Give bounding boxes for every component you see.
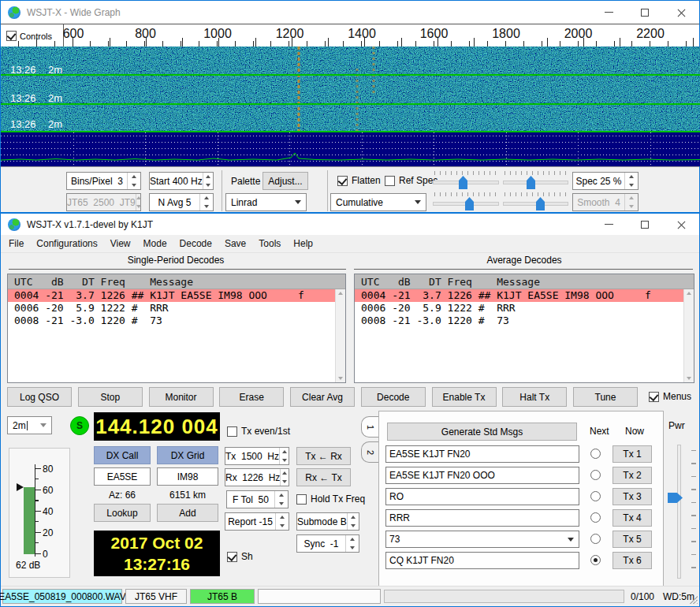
button-stop[interactable]: Stop xyxy=(78,387,143,407)
slider-handle[interactable] xyxy=(459,176,467,189)
minimize-button[interactable] xyxy=(590,214,627,235)
spin-down-icon[interactable] xyxy=(281,478,289,486)
button-monitor[interactable]: Monitor xyxy=(149,387,214,407)
spin-down-icon[interactable] xyxy=(346,544,359,553)
gain-slider-2[interactable] xyxy=(433,192,499,212)
maximize-button[interactable] xyxy=(627,1,663,24)
decode-list[interactable]: 0004 -21 3.7 1226 ## K1JT EA5SE IM98 OOO… xyxy=(355,289,683,382)
spin-up-icon[interactable] xyxy=(348,513,359,522)
waterfall-display[interactable] xyxy=(1,47,700,132)
tx-next-radio-2[interactable] xyxy=(590,470,601,480)
zero-slider-1[interactable] xyxy=(503,170,568,191)
tx-now-button-5[interactable]: Tx 5 xyxy=(612,531,652,548)
start-freq-spinner[interactable]: Start 400 Hz xyxy=(149,172,214,190)
zero-slider-2[interactable] xyxy=(503,192,568,212)
menus-toggle[interactable]: Menus xyxy=(649,391,691,402)
palette-adjust-button[interactable]: Adjust... xyxy=(262,172,308,190)
menu-view[interactable]: View xyxy=(104,236,137,251)
hold-tx-freq-toggle[interactable]: Hold Tx Freq xyxy=(296,493,365,505)
tab-2[interactable]: 2 xyxy=(361,441,379,463)
display-mode-select[interactable]: Cumulative xyxy=(330,193,426,211)
tx-next-radio-4[interactable] xyxy=(590,512,601,523)
spin-up-icon[interactable] xyxy=(276,513,289,522)
f-tol-spinner[interactable]: F Tol 50 xyxy=(226,490,289,508)
button-erase[interactable]: Erase xyxy=(219,387,284,407)
minimize-button[interactable] xyxy=(590,1,627,24)
tx-freq-spinner[interactable]: Tx 1500 Hz xyxy=(225,447,289,465)
spin-up-icon[interactable] xyxy=(280,448,289,456)
slider-handle[interactable] xyxy=(536,197,545,210)
close-button[interactable] xyxy=(663,1,699,24)
sync-spinner[interactable]: Sync -1 xyxy=(296,534,359,553)
decode-row[interactable]: 0004 -21 3.7 1226 ## K1JT EA5SE IM98 OOO… xyxy=(8,289,335,302)
spin-down-icon[interactable] xyxy=(200,203,213,211)
scrollbar[interactable] xyxy=(683,289,694,382)
wide-graph-titlebar[interactable]: WSJT-X - Wide Graph xyxy=(1,1,699,24)
tx-now-button-3[interactable]: Tx 3 xyxy=(612,488,652,505)
tx-message-field-5[interactable]: 73 xyxy=(385,531,579,548)
status-s-button[interactable]: S xyxy=(70,416,89,435)
scroll-up-icon[interactable] xyxy=(338,292,343,295)
maximize-button[interactable] xyxy=(627,214,663,235)
tx-next-radio-5[interactable] xyxy=(590,534,601,544)
close-button[interactable] xyxy=(663,214,699,235)
slider-handle[interactable] xyxy=(527,176,535,189)
lookup-button[interactable]: Lookup xyxy=(94,504,151,522)
tx-even-toggle[interactable]: Tx even/1st xyxy=(227,426,290,437)
resize-grip[interactable] xyxy=(688,594,698,604)
dx-grid-button[interactable]: DX Grid xyxy=(157,446,218,464)
button-decode[interactable]: Decode xyxy=(361,387,426,407)
spin-up-icon[interactable] xyxy=(625,173,638,181)
tx-next-radio-6[interactable] xyxy=(590,555,601,565)
decode-row[interactable]: 0008 -21 -3.0 1220 # 73 xyxy=(355,315,683,327)
decode-list[interactable]: 0004 -21 3.7 1226 ## K1JT EA5SE IM98 OOO… xyxy=(8,289,335,382)
slider-handle[interactable] xyxy=(465,197,474,210)
tx-message-field-1[interactable]: EA5SE K1JT FN20 xyxy=(385,445,579,463)
tx-message-field-4[interactable]: RRR xyxy=(385,509,579,527)
menu-decode[interactable]: Decode xyxy=(173,236,218,251)
ref-spec-checkbox[interactable] xyxy=(385,176,395,186)
spin-up-icon[interactable] xyxy=(128,173,140,181)
button-halt-tx[interactable]: Halt Tx xyxy=(502,387,567,407)
menu-help[interactable]: Help xyxy=(287,236,319,251)
dx-call-field[interactable]: EA5SE xyxy=(94,467,151,486)
spin-down-icon[interactable] xyxy=(128,181,140,190)
submode-spinner[interactable]: Submode B xyxy=(296,512,359,531)
tx-now-button-2[interactable]: Tx 2 xyxy=(612,467,652,484)
rx-from-tx-button[interactable]: Rx ← Tx xyxy=(296,468,351,486)
menus-checkbox[interactable] xyxy=(649,392,659,402)
scroll-down-icon[interactable] xyxy=(338,377,343,380)
report-spinner[interactable]: Report -15 xyxy=(225,512,289,531)
tx-next-radio-1[interactable] xyxy=(590,449,601,459)
button-log-qso[interactable]: Log QSO xyxy=(7,387,72,407)
flatten-checkbox[interactable] xyxy=(337,176,348,186)
tx-message-field-6[interactable]: CQ K1JT FN20 xyxy=(385,552,579,569)
spin-down-icon[interactable] xyxy=(275,500,288,508)
menu-save[interactable]: Save xyxy=(218,236,252,251)
button-enable-tx[interactable]: Enable Tx xyxy=(432,387,497,407)
button-tune[interactable]: Tune xyxy=(573,387,638,407)
frequency-scale[interactable]: Controls 6008001000120014001600180020002… xyxy=(1,24,699,47)
spec-percent-spinner[interactable]: Spec 25 % xyxy=(572,172,639,190)
spectrum-display[interactable] xyxy=(1,132,700,166)
button-clear-avg[interactable]: Clear Avg xyxy=(290,387,355,407)
decode-row[interactable]: 0006 -20 5.9 1222 # RRR xyxy=(8,302,335,315)
tx-now-button-6[interactable]: Tx 6 xyxy=(612,552,652,569)
bins-per-pixel-spinner[interactable]: Bins/Pixel 3 xyxy=(66,172,141,190)
tx-message-field-3[interactable]: RO xyxy=(385,488,579,505)
scroll-down-icon[interactable] xyxy=(687,377,691,380)
decode-row[interactable]: 0004 -21 3.7 1226 ## K1JT EA5SE IM98 OOO… xyxy=(355,289,683,302)
main-titlebar[interactable]: WSJT-X v1.7.1-devel by K1JT xyxy=(1,214,699,235)
hold-tx-freq-checkbox[interactable] xyxy=(296,494,307,505)
menu-configurations[interactable]: Configurations xyxy=(30,236,103,251)
n-avg-spinner[interactable]: N Avg 5 xyxy=(149,193,214,211)
decode-row[interactable]: 0006 -20 5.9 1222 # RRR xyxy=(355,302,683,315)
palette-select[interactable]: Linrad xyxy=(225,193,307,211)
single-period-decodes-table[interactable]: UTC dB DT Freq Message 0004 -21 3.7 1226… xyxy=(7,274,346,383)
scrollbar[interactable] xyxy=(335,289,345,382)
menu-tools[interactable]: Tools xyxy=(252,236,287,251)
rx-freq-spinner[interactable]: Rx 1226 Hz xyxy=(225,468,289,486)
pwr-slider[interactable] xyxy=(677,445,681,579)
tx-from-rx-button[interactable]: Tx ← Rx xyxy=(296,447,351,465)
tx-message-field-2[interactable]: EA5SE K1JT FN20 OOO xyxy=(385,467,579,484)
